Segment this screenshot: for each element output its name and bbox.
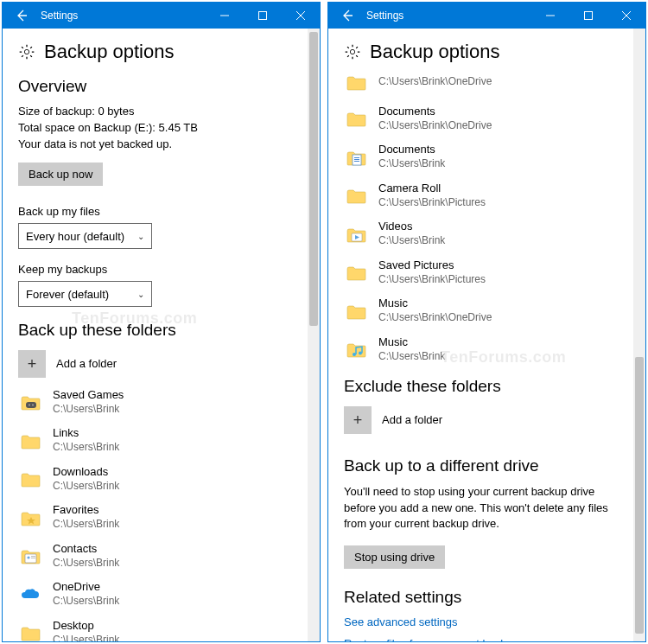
list-item[interactable]: Camera RollC:\Users\Brink\Pictures [344, 182, 618, 209]
scrollbar[interactable] [308, 29, 320, 641]
svg-rect-11 [31, 558, 35, 558]
minimize-button[interactable] [206, 3, 244, 29]
maximize-button[interactable] [244, 3, 282, 29]
list-item[interactable]: DownloadsC:\Users\Brink [18, 465, 292, 493]
folder-path: C:\Users\Brink\Pictures [378, 273, 486, 287]
folder-name: Videos [378, 220, 445, 234]
folder-name: Downloads [53, 465, 119, 480]
back-arrow-icon [15, 9, 29, 22]
folder-path: C:\Users\Brink [378, 234, 445, 248]
back-button[interactable] [328, 3, 366, 29]
plus-icon: + [18, 350, 46, 378]
scroll-thumb[interactable] [635, 357, 644, 634]
settings-window-left: Settings Backup options Overview Size of… [2, 2, 321, 642]
saved-games-icon [18, 390, 42, 414]
list-item[interactable]: OneDriveC:\Users\Brink [18, 580, 292, 608]
svg-point-6 [29, 405, 30, 406]
advanced-settings-link[interactable]: See advanced settings [344, 615, 618, 628]
svg-point-7 [32, 405, 34, 406]
folder-name: Saved Games [53, 388, 124, 403]
svg-rect-10 [31, 556, 35, 557]
folder-path: C:\Users\Brink [53, 480, 119, 494]
list-item[interactable]: DesktopC:\Users\Brink [18, 619, 292, 641]
folder-path: C:\Users\Brink [53, 634, 119, 641]
add-folder-label: Add a folder [382, 413, 442, 428]
frequency-select[interactable]: Every hour (default) ⌄ [18, 223, 152, 249]
content-area: Backup options Overview Size of backup: … [3, 29, 308, 641]
frequency-value: Every hour (default) [26, 230, 124, 243]
list-item[interactable]: FavoritesC:\Users\Brink [18, 503, 292, 531]
folder-name: Music [378, 335, 445, 350]
window-title: Settings [41, 10, 206, 22]
list-item[interactable]: LinksC:\Users\Brink [18, 426, 292, 454]
list-item[interactable]: Saved PicturesC:\Users\Brink\Pictures [344, 258, 618, 286]
folder-icon [344, 183, 368, 207]
svg-point-16 [350, 49, 354, 54]
minimize-button[interactable] [531, 3, 569, 29]
different-drive-heading: Back up to a different drive [344, 456, 618, 475]
folder-icon [344, 260, 368, 284]
contacts-icon [18, 544, 42, 568]
folder-icon [344, 106, 368, 131]
backup-now-button[interactable]: Back up now [18, 163, 103, 186]
titlebar: Settings [328, 3, 645, 29]
keep-select[interactable]: Forever (default) ⌄ [18, 281, 152, 307]
stop-using-drive-button[interactable]: Stop using drive [344, 545, 445, 569]
list-item[interactable]: MusicC:\Users\Brink\OneDrive [344, 296, 618, 324]
list-item[interactable]: DocumentsC:\Users\Brink\OneDrive [344, 105, 618, 132]
plus-icon: + [344, 406, 372, 434]
folder-path: C:\Users\Brink [378, 157, 445, 171]
gear-icon [344, 43, 361, 61]
folder-icon [18, 429, 42, 453]
minimize-icon [546, 11, 555, 20]
list-item[interactable]: ContactsC:\Users\Brink [18, 542, 292, 570]
folder-name: Contacts [53, 542, 119, 557]
folder-name: Favorites [53, 503, 119, 518]
favorites-icon [18, 506, 42, 530]
add-folder-row[interactable]: + Add a folder [18, 350, 292, 378]
overview-heading: Overview [18, 77, 292, 96]
close-button[interactable] [282, 3, 320, 29]
folder-path: C:\Users\Brink [53, 595, 119, 609]
folder-path: C:\Users\Brink [378, 350, 445, 364]
back-arrow-icon [340, 9, 354, 22]
list-item[interactable]: C:\Users\Brink\OneDrive [344, 70, 618, 94]
back-button[interactable] [3, 3, 41, 29]
music-icon [344, 337, 368, 361]
folder-name: Saved Pictures [378, 258, 486, 273]
frequency-label: Back up my files [18, 205, 292, 218]
folder-icon [344, 299, 368, 323]
restore-files-link[interactable]: Restore files from a current backup [344, 637, 618, 641]
close-button[interactable] [607, 3, 645, 29]
list-item[interactable]: Saved GamesC:\Users\Brink [18, 388, 292, 416]
page-title: Backup options [370, 41, 499, 63]
folder-icon [18, 467, 42, 491]
svg-rect-20 [354, 161, 359, 162]
folder-path: C:\Users\Brink\OneDrive [378, 119, 492, 133]
folder-path: C:\Users\Brink\OneDrive [378, 75, 492, 89]
folder-path: C:\Users\Brink [53, 403, 124, 417]
maximize-button[interactable] [569, 3, 607, 29]
keep-value: Forever (default) [26, 288, 109, 301]
scroll-thumb[interactable] [309, 32, 318, 326]
related-settings-heading: Related settings [344, 588, 618, 607]
list-item[interactable]: VideosC:\Users\Brink [344, 220, 618, 247]
folder-name: OneDrive [53, 580, 119, 595]
backup-space: Total space on Backup (E:): 5.45 TB [18, 121, 292, 134]
svg-rect-19 [354, 159, 359, 160]
settings-window-right: Settings Backup options C:\Users\Brink\O… [327, 2, 646, 642]
close-icon [622, 11, 631, 20]
videos-icon [344, 222, 368, 246]
folder-name: Links [53, 426, 119, 441]
scrollbar[interactable] [633, 29, 645, 641]
folder-path: C:\Users\Brink\Pictures [378, 196, 486, 210]
list-item[interactable]: MusicC:\Users\Brink [344, 335, 618, 363]
folder-icon [18, 621, 42, 641]
folder-name: Documents [378, 105, 492, 119]
backup-folders-heading: Back up these folders [18, 321, 292, 340]
add-folder-row[interactable]: + Add a folder [344, 406, 618, 434]
minimize-icon [220, 11, 229, 20]
chevron-down-icon: ⌄ [137, 232, 144, 241]
svg-rect-5 [26, 402, 36, 408]
list-item[interactable]: DocumentsC:\Users\Brink [344, 143, 618, 170]
